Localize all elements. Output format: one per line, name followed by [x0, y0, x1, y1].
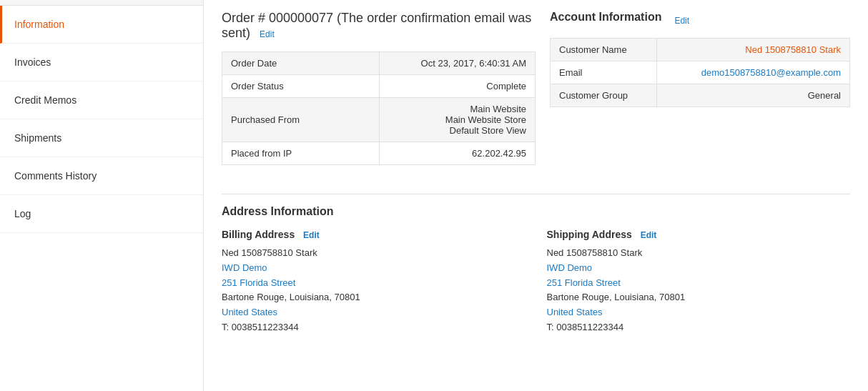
shipping-phone: T: 0038511223344 [547, 320, 851, 335]
shipping-company: IWD Demo [547, 261, 851, 276]
shipping-title-text: Shipping Address [547, 229, 632, 240]
order-title: Order # 000000077 (The order confirmatio… [222, 11, 536, 41]
placed-from-ip-value: 62.202.42.95 [380, 142, 536, 165]
address-section-title: Address Information [222, 194, 850, 218]
email-label: Email [551, 61, 657, 84]
billing-country: United States [222, 305, 526, 320]
customer-group-value: General [656, 84, 849, 107]
order-header: Order # 000000077 (The order confirmatio… [222, 11, 536, 41]
billing-title-text: Billing Address [222, 229, 295, 240]
sidebar-item-shipments[interactable]: Shipments [0, 119, 203, 157]
purchased-from-value: Main Website Main Website Store Default … [380, 98, 536, 142]
purchased-from-line2: Main Website Store [445, 114, 526, 125]
billing-phone: T: 0038511223344 [222, 320, 526, 335]
placed-from-ip-label: Placed from IP [222, 142, 380, 165]
email-value: demo1508758810@example.com [656, 61, 849, 84]
order-info-table: Order Date Oct 23, 2017, 6:40:31 AM Orde… [222, 51, 536, 165]
table-row: Placed from IP 62.202.42.95 [222, 142, 536, 165]
table-row: Customer Name Ned 1508758810 Stark [551, 39, 850, 61]
shipping-address-text: Ned 1508758810 Stark IWD Demo 251 Florid… [547, 246, 851, 335]
shipping-country: United States [547, 305, 851, 320]
billing-company: IWD Demo [222, 261, 526, 276]
shipping-name: Ned 1508758810 Stark [547, 246, 851, 261]
account-info-edit-link[interactable]: Edit [674, 16, 689, 26]
billing-address-text: Ned 1508758810 Stark IWD Demo 251 Florid… [222, 246, 526, 335]
order-date-value: Oct 23, 2017, 6:40:31 AM [380, 52, 536, 75]
shipping-edit-link[interactable]: Edit [641, 230, 657, 240]
shipping-address-title: Shipping Address Edit [547, 229, 851, 240]
account-info-header: Account Information Edit [550, 11, 850, 31]
billing-edit-link[interactable]: Edit [303, 230, 320, 240]
main-content: Order # 000000077 (The order confirmatio… [204, 0, 868, 391]
address-section: Address Information Billing Address Edit… [222, 194, 850, 335]
billing-address-col: Billing Address Edit Ned 1508758810 Star… [222, 229, 526, 335]
address-columns: Billing Address Edit Ned 1508758810 Star… [222, 229, 850, 335]
purchased-from-label: Purchased From [222, 98, 380, 142]
purchased-from-line1: Main Website [470, 104, 526, 114]
shipping-city-state: Bartone Rouge, Louisiana, 70801 [547, 290, 851, 305]
table-row: Customer Group General [551, 84, 850, 107]
order-status-value: Complete [380, 75, 536, 98]
table-row: Purchased From Main Website Main Website… [222, 98, 536, 142]
billing-city-state: Bartone Rouge, Louisiana, 70801 [222, 290, 526, 305]
customer-name-value: Ned 1508758810 Stark [656, 39, 849, 61]
customer-name-label: Customer Name [551, 39, 657, 61]
order-date-label: Order Date [222, 52, 380, 75]
account-info-title: Account Information [550, 11, 661, 24]
table-row: Order Date Oct 23, 2017, 6:40:31 AM [222, 52, 536, 75]
order-edit-link[interactable]: Edit [260, 29, 275, 39]
customer-group-label: Customer Group [551, 84, 657, 107]
shipping-street: 251 Florida Street [547, 276, 851, 291]
billing-address-title: Billing Address Edit [222, 229, 526, 240]
shipping-address-col: Shipping Address Edit Ned 1508758810 Sta… [547, 229, 851, 335]
billing-street: 251 Florida Street [222, 276, 526, 291]
sidebar-item-comments-history[interactable]: Comments History [0, 157, 203, 195]
sidebar-item-information[interactable]: Information [0, 6, 203, 44]
order-status-label: Order Status [222, 75, 380, 98]
table-row: Email demo1508758810@example.com [551, 61, 850, 84]
sidebar-item-log[interactable]: Log [0, 195, 203, 233]
table-row: Order Status Complete [222, 75, 536, 98]
sidebar-item-invoices[interactable]: Invoices [0, 44, 203, 81]
sidebar-item-credit-memos[interactable]: Credit Memos [0, 81, 203, 119]
purchased-from-line3: Default Store View [450, 125, 526, 136]
sidebar: Information Invoices Credit Memos Shipme… [0, 0, 204, 391]
account-info-table: Customer Name Ned 1508758810 Stark Email… [550, 38, 850, 107]
billing-name: Ned 1508758810 Stark [222, 246, 526, 261]
